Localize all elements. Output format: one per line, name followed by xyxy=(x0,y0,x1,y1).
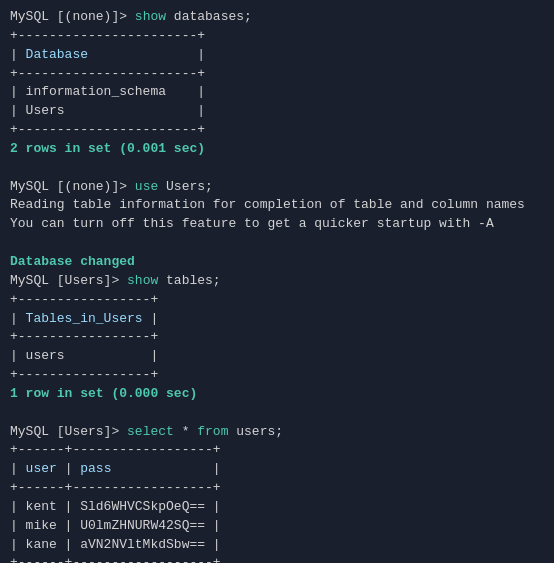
line-blank3 xyxy=(10,404,544,423)
line-header1: | Database | xyxy=(10,46,544,65)
line-row4: | kent | Sld6WHVCSkpOeQ== | xyxy=(10,498,544,517)
line-border7: +------+------------------+ xyxy=(10,441,544,460)
line-border9: +------+------------------+ xyxy=(10,554,544,563)
line-border2: +-----------------------+ xyxy=(10,65,544,84)
line-dbchanged: Database changed xyxy=(10,253,544,272)
line-info1: Reading table information for completion… xyxy=(10,196,544,215)
line-row6: | kane | aVN2NVltMkdSbw== | xyxy=(10,536,544,555)
line-row2: | Users | xyxy=(10,102,544,121)
line-cmd1: MySQL [(none)]> show databases; xyxy=(10,8,544,27)
terminal: MySQL [(none)]> show databases; +-------… xyxy=(0,0,554,563)
line-cmd3: MySQL [Users]> show tables; xyxy=(10,272,544,291)
line-header3: | user | pass | xyxy=(10,460,544,479)
line-row1: | information_schema | xyxy=(10,83,544,102)
line-header2: | Tables_in_Users | xyxy=(10,310,544,329)
line-row3: | users | xyxy=(10,347,544,366)
line-info2: You can turn off this feature to get a q… xyxy=(10,215,544,234)
line-border3: +-----------------------+ xyxy=(10,121,544,140)
line-cmd2: MySQL [(none)]> use Users; xyxy=(10,178,544,197)
line-border1: +-----------------------+ xyxy=(10,27,544,46)
line-border8: +------+------------------+ xyxy=(10,479,544,498)
line-blank1 xyxy=(10,159,544,178)
line-result2: 1 row in set (0.000 sec) xyxy=(10,385,544,404)
line-cmd4: MySQL [Users]> select * from users; xyxy=(10,423,544,442)
line-blank2 xyxy=(10,234,544,253)
line-border5: +-----------------+ xyxy=(10,328,544,347)
line-border6: +-----------------+ xyxy=(10,366,544,385)
line-result1: 2 rows in set (0.001 sec) xyxy=(10,140,544,159)
line-border4: +-----------------+ xyxy=(10,291,544,310)
line-row5: | mike | U0lmZHNURW42SQ== | xyxy=(10,517,544,536)
